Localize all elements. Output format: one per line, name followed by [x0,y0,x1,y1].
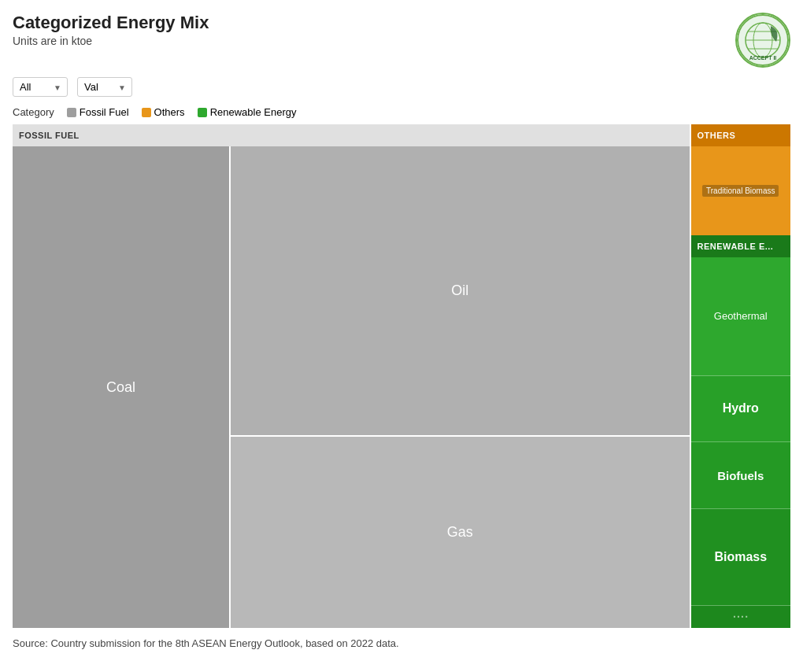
fossil-fuel-section-label: FOSSIL FUEL [13,124,690,146]
legend-item-renewable: Renewable Energy [198,106,297,118]
header-left: Categorized Energy Mix Units are in ktoe [13,13,209,47]
fossil-fuel-content: Coal Oil Gas [13,146,690,628]
coal-label: Coal [106,379,135,396]
biofuels-block: Biofuels [691,442,790,509]
page-title: Categorized Energy Mix [13,13,209,33]
category-select[interactable]: All [13,77,68,97]
coal-block: Coal [13,146,229,628]
others-section: OTHERS Traditional Biomass [691,124,790,235]
logo-svg: ACCEPT II [737,14,789,66]
fossil-fuel-label: Fossil Fuel [80,106,129,118]
others-label: Others [154,106,185,118]
biomass-block: Biomass [691,509,790,606]
traditional-biomass-tag: Traditional Biomass [702,185,779,197]
solar-wind-bar: ▪ ▪ ▪ ▪ [691,606,790,628]
oil-gas-column: Oil Gas [229,146,689,628]
legend: Category Fossil Fuel Others Renewable En… [0,103,803,124]
others-section-label: OTHERS [691,124,790,146]
source-content: Source: Country submission for the 8th A… [13,637,399,649]
geothermal-label: Geothermal [714,310,768,322]
accept-logo: ACCEPT II [735,13,790,68]
fossil-fuel-section: FOSSIL FUEL Coal Oil Gas [13,124,690,628]
renewable-section: RENEWABLE E... Geothermal Hydro Biofuels… [691,235,790,628]
controls-bar: All ▼ Val ▼ [0,74,803,103]
renewable-dot [198,108,207,117]
biofuels-label: Biofuels [717,469,764,482]
others-dot [142,108,151,117]
hydro-label: Hydro [723,401,759,415]
right-section: OTHERS Traditional Biomass RENEWABLE E..… [690,124,790,628]
gas-label: Gas [447,524,473,541]
logo-area: ACCEPT II [735,13,790,68]
legend-item-fossil: Fossil Fuel [67,106,129,118]
oil-block: Oil [229,146,689,435]
treemap: FOSSIL FUEL Coal Oil Gas OTHERS [13,124,790,628]
renewable-section-label: RENEWABLE E... [691,235,790,257]
source-text: Source: Country submission for the 8th A… [0,628,803,659]
fossil-fuel-dot [67,108,76,117]
value-dropdown[interactable]: Val ▼ [77,77,132,97]
gas-block: Gas [229,435,689,628]
page-subtitle: Units are in ktoe [13,35,209,47]
category-dropdown[interactable]: All ▼ [13,77,68,97]
chart-area: FOSSIL FUEL Coal Oil Gas OTHERS [0,124,803,628]
page-header: Categorized Energy Mix Units are in ktoe… [0,0,803,74]
biomass-label: Biomass [714,550,767,564]
traditional-biomass-block: Traditional Biomass [691,146,790,235]
value-select[interactable]: Val [77,77,132,97]
legend-item-others: Others [142,106,185,118]
legend-label: Category [13,106,54,118]
hydro-block: Hydro [691,376,790,443]
solar-wind-label: ▪ ▪ ▪ ▪ [734,613,748,620]
svg-text:ACCEPT II: ACCEPT II [749,55,777,61]
geothermal-block: Geothermal [691,257,790,376]
renewable-content: Geothermal Hydro Biofuels Biomass ▪ ▪ ▪ … [691,257,790,628]
renewable-label: Renewable Energy [210,106,297,118]
oil-label: Oil [451,282,468,299]
